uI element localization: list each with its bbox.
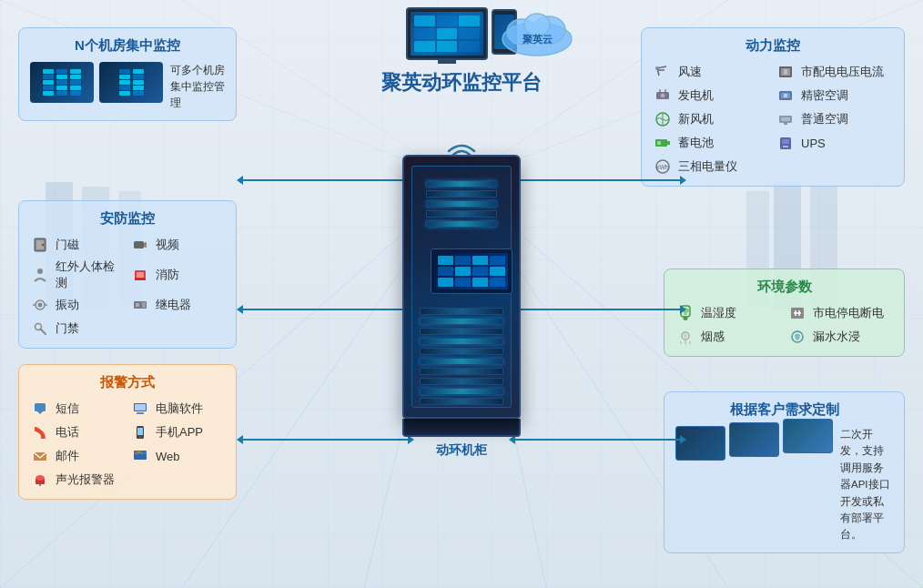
web-label: Web xyxy=(156,450,180,463)
water-leak-label: 漏水水浸 xyxy=(813,329,860,345)
svg-point-70 xyxy=(661,94,665,98)
panel-env: 环境参数 温湿度 市电停电断电 烟感 xyxy=(664,269,905,357)
three-phase-label: 三相电量仪 xyxy=(678,158,737,175)
svg-rect-83 xyxy=(655,139,667,147)
rack-display-2 xyxy=(119,69,144,96)
panel-custom: 根据客户需求定制 二次开发，支持调用服务器API接口开发或私有部署平台。 xyxy=(664,391,905,553)
security-item-vibration: 振动 xyxy=(30,295,125,315)
panel-datacenter: N个机房集中监控 xyxy=(18,27,237,121)
battery-icon xyxy=(653,133,673,153)
fire-icon xyxy=(130,265,150,285)
power-item-wind: 风速 xyxy=(653,62,770,82)
custom-screen-images xyxy=(675,426,833,461)
normal-ac-label: 普通空调 xyxy=(801,111,848,127)
svg-rect-87 xyxy=(782,139,789,144)
power-item-battery: 蓄电池 xyxy=(653,133,770,153)
panel-alarm-title: 报警方式 xyxy=(30,374,225,391)
platform-title: 聚英动环监控平台 xyxy=(381,69,542,96)
sms-label: 短信 xyxy=(56,400,79,417)
precision-ac-label: 精密空调 xyxy=(801,87,848,104)
arrow-head-left xyxy=(237,176,243,185)
svg-point-55 xyxy=(138,451,140,453)
cloud-icon: 聚英云 xyxy=(499,5,576,59)
door-sensor-label: 门磁 xyxy=(56,237,79,253)
cabinet-slots-lower xyxy=(420,308,503,405)
panel-power: 动力监控 风速 市配电电压电流 发电机 xyxy=(641,27,905,187)
generator-label: 发电机 xyxy=(678,87,714,104)
ups-icon xyxy=(776,133,796,153)
cabinet-body xyxy=(402,155,521,419)
svg-rect-85 xyxy=(657,141,661,145)
alarm-item-mobile: 手机APP xyxy=(130,422,225,442)
svg-point-102 xyxy=(684,334,687,338)
cabinet-slot xyxy=(426,220,497,228)
custom-content: 二次开发，支持调用服务器API接口开发或私有部署平台。 xyxy=(675,426,893,543)
security-item-access: 门禁 xyxy=(30,319,125,339)
monitor-device xyxy=(406,7,488,60)
datacenter-description: 可多个机房集中监控管理 xyxy=(170,62,225,111)
arrow-bot-right xyxy=(509,435,686,444)
svg-point-63 xyxy=(655,66,659,70)
arrow-line xyxy=(515,439,680,441)
temp-humid-label: 温湿度 xyxy=(701,305,736,321)
arrow-line xyxy=(243,179,408,181)
alarm-item-sms: 短信 xyxy=(30,399,125,419)
env-item-power-cut: 市电停电断电 xyxy=(787,303,894,323)
devices-display: 聚英云 xyxy=(406,7,517,60)
arrow-head-left xyxy=(237,305,243,314)
env-item-water: 漏水水浸 xyxy=(787,327,894,347)
mobile-app-label: 手机APP xyxy=(156,424,203,441)
arrow-mid-right xyxy=(509,305,686,314)
monitor-cell xyxy=(414,28,435,39)
monitor-cell xyxy=(459,28,480,39)
normal-ac-icon xyxy=(776,109,796,129)
svg-text:kWh: kWh xyxy=(656,164,669,170)
svg-rect-84 xyxy=(667,141,670,145)
svg-point-29 xyxy=(37,269,43,274)
datacenter-images xyxy=(30,62,163,103)
power-dist-icon xyxy=(776,62,796,82)
rack-display-1 xyxy=(43,69,81,96)
battery-label: 蓄电池 xyxy=(678,135,714,151)
svg-point-22 xyxy=(524,14,550,35)
vibration-label: 振动 xyxy=(56,297,79,313)
panel-custom-title: 根据客户需求定制 xyxy=(675,401,893,419)
datacenter-content: 可多个机房集中监控管理 xyxy=(30,62,225,111)
power-dist-label: 市配电电压电流 xyxy=(801,64,884,80)
sms-icon xyxy=(30,399,50,419)
top-center-section: 聚英云 聚英动环监控平台 xyxy=(381,7,542,96)
arrow-mid-left xyxy=(237,305,414,314)
power-cut-label: 市电停电断电 xyxy=(813,305,884,321)
power-items: 风速 市配电电压电流 发电机 精密空调 xyxy=(653,62,893,177)
panel-security: 安防监控 门磁 视频 红外人体检测 xyxy=(18,200,237,349)
power-item-3phase: kWh 三相电量仪 xyxy=(653,157,770,177)
arrow-bot-left xyxy=(237,435,414,444)
cabinet-screen-inner xyxy=(435,253,508,289)
power-cut-icon xyxy=(787,303,807,323)
monitor-cell xyxy=(437,28,458,39)
email-label: 邮件 xyxy=(56,448,79,464)
security-item-video: 视频 xyxy=(130,235,225,255)
monitor-cell xyxy=(414,41,435,52)
svg-rect-89 xyxy=(786,146,788,147)
env-items: 温湿度 市电停电断电 烟感 漏水水浸 xyxy=(675,303,893,347)
svg-point-58 xyxy=(36,475,45,481)
monitor-cell xyxy=(459,15,480,26)
video-icon xyxy=(130,235,150,255)
security-item-fire: 消防 xyxy=(130,259,225,291)
alarm-item-web: Web xyxy=(130,446,225,466)
pc-software-icon xyxy=(130,399,150,419)
datacenter-image-1 xyxy=(30,62,94,103)
svg-point-54 xyxy=(136,451,137,453)
power-item-precision-ac: 精密空调 xyxy=(776,86,893,106)
vibration-icon xyxy=(30,295,50,315)
alarm-item-email: 邮件 xyxy=(30,446,125,466)
cabinet-label: 动环机柜 xyxy=(402,442,521,459)
power-item-power-dist: 市配电电压电流 xyxy=(776,62,893,82)
security-item-ir: 红外人体检测 xyxy=(30,259,125,291)
three-phase-icon: kWh xyxy=(653,157,673,177)
arrow-line xyxy=(515,179,680,181)
arrow-line xyxy=(243,309,408,310)
arrow-top-right xyxy=(509,176,686,185)
svg-line-42 xyxy=(41,329,46,335)
